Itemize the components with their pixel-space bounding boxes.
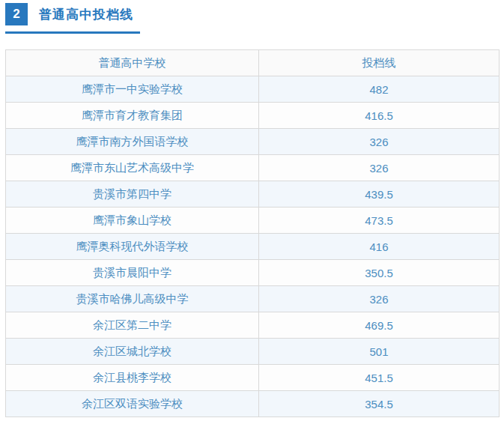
school-cell: 余江区城北学校	[6, 339, 259, 365]
school-cell: 鹰潭市一中实验学校	[6, 76, 259, 103]
section-header: 2 普通高中投档线	[5, 3, 133, 25]
school-cell: 鹰潭奥科现代外语学校	[6, 234, 259, 260]
table-header-row: 普通高中学校 投档线	[6, 50, 500, 76]
school-cell: 鹰潭市育才教育集团	[6, 103, 259, 129]
table-row: 鹰潭市一中实验学校 482	[6, 76, 500, 103]
score-cell: 416.5	[259, 103, 500, 129]
school-cell: 鹰潭市南方外国语学校	[6, 129, 259, 155]
score-cell: 469.5	[259, 312, 500, 339]
section-title: 普通高中投档线	[39, 6, 133, 23]
school-cell: 贵溪市哈佛儿高级中学	[6, 286, 259, 312]
score-cell: 482	[259, 76, 500, 103]
score-cell: 350.5	[259, 260, 500, 286]
table-row: 贵溪市哈佛儿高级中学 326	[6, 286, 500, 312]
table-row: 鹰潭奥科现代外语学校 416	[6, 234, 500, 260]
table-row: 鹰潭市育才教育集团 416.5	[6, 103, 500, 129]
table-row: 余江区第二中学 469.5	[6, 312, 500, 339]
column-header-school: 普通高中学校	[6, 50, 259, 76]
school-cell: 余江区第二中学	[6, 312, 259, 339]
column-header-score: 投档线	[259, 50, 500, 76]
table-row: 鹰潭市象山学校 473.5	[6, 208, 500, 234]
table-row: 余江区城北学校 501	[6, 339, 500, 365]
score-cell: 326	[259, 286, 500, 312]
table-row: 鹰潭市东山艺术高级中学 326	[6, 155, 500, 181]
score-cell: 326	[259, 155, 500, 181]
score-cell: 439.5	[259, 181, 500, 208]
school-cell: 鹰潭市东山艺术高级中学	[6, 155, 259, 181]
score-cell: 473.5	[259, 208, 500, 234]
table-row: 余江区双语实验学校 354.5	[6, 391, 500, 417]
score-cell: 416	[259, 234, 500, 260]
score-cell: 451.5	[259, 365, 500, 391]
score-cell: 326	[259, 129, 500, 155]
score-cell: 501	[259, 339, 500, 365]
table-body: 普通高中学校 投档线 鹰潭市一中实验学校 482 鹰潭市育才教育集团 416.5…	[6, 50, 500, 417]
school-cell: 余江县桃李学校	[6, 365, 259, 391]
section-underline-divider	[5, 31, 140, 34]
table-row: 余江县桃李学校 451.5	[6, 365, 500, 391]
section-number-badge: 2	[5, 3, 28, 25]
school-cell: 贵溪市第四中学	[6, 181, 259, 208]
school-cell: 鹰潭市象山学校	[6, 208, 259, 234]
score-cell: 354.5	[259, 391, 500, 417]
admission-scores-table: 普通高中学校 投档线 鹰潭市一中实验学校 482 鹰潭市育才教育集团 416.5…	[5, 49, 500, 417]
table-row: 贵溪市第四中学 439.5	[6, 181, 500, 208]
school-cell: 贵溪市晨阳中学	[6, 260, 259, 286]
table-row: 鹰潭市南方外国语学校 326	[6, 129, 500, 155]
table-row: 贵溪市晨阳中学 350.5	[6, 260, 500, 286]
school-cell: 余江区双语实验学校	[6, 391, 259, 417]
